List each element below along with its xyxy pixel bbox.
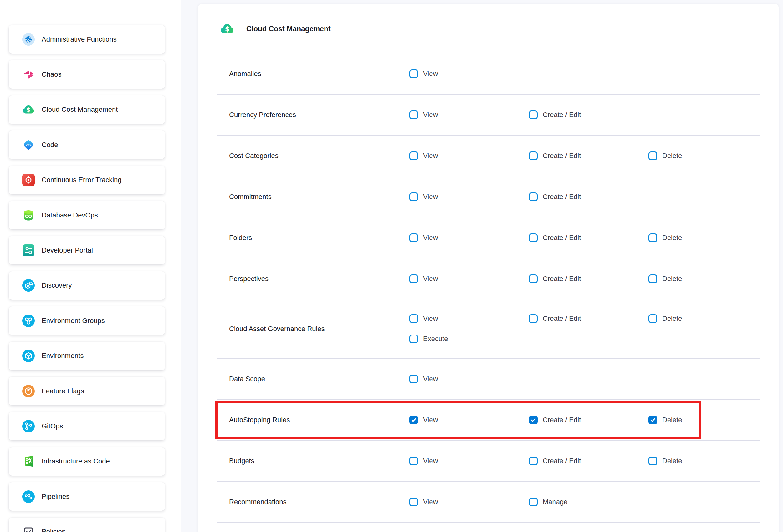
permission-data-scope-view: View [409, 375, 529, 383]
sidebar-item-continuous-error-tracking[interactable]: Continuous Error Tracking [9, 166, 165, 194]
permission-folders-create-edit: Create / Edit [529, 233, 649, 242]
sidebar-item-label: Pipelines [42, 493, 69, 501]
create-edit-checkbox[interactable] [529, 457, 538, 465]
sidebar-item-database-devops[interactable]: Database DevOps [9, 201, 165, 229]
permission-label: Manage [543, 498, 568, 506]
sidebar-item-chaos[interactable]: Chaos [9, 60, 165, 89]
view-checkbox[interactable] [409, 314, 418, 323]
permission-perspectives-delete: Delete [649, 275, 760, 283]
sidebar-item-environments[interactable]: Environments [9, 342, 165, 370]
resource-label: Perspectives [217, 275, 409, 283]
execute-checkbox[interactable] [409, 335, 418, 343]
permission-commitments-create-edit: Create / Edit [529, 192, 649, 201]
sidebar-item-policies[interactable]: Policies [9, 518, 165, 532]
view-checkbox-checked[interactable] [409, 415, 418, 424]
sidebar-item-environment-groups[interactable]: Environment Groups [9, 306, 165, 335]
target-icon [21, 173, 36, 187]
delete-checkbox[interactable] [649, 457, 657, 465]
permission-row-perspectives: PerspectivesViewCreate / EditDelete [217, 258, 760, 300]
sidebar-item-administrative-functions[interactable]: Administrative Functions [9, 25, 165, 54]
sidebar-item-feature-flags[interactable]: Feature Flags [9, 377, 165, 405]
permission-label: View [423, 314, 438, 323]
delete-checkbox[interactable] [649, 314, 657, 323]
create-edit-checkbox[interactable] [529, 152, 538, 160]
sidebar: Administrative FunctionsChaos$Cloud Cost… [0, 0, 181, 532]
permission-label: View [423, 275, 438, 283]
view-checkbox[interactable] [409, 233, 418, 242]
sidebar-item-label: Environment Groups [42, 317, 105, 325]
permission-label: View [423, 193, 438, 201]
sidebar-item-pipelines[interactable]: Pipelines [9, 482, 165, 511]
permission-row-recommendations: RecommendationsViewManage [217, 481, 760, 523]
permission-recommendations-manage: Manage [529, 498, 649, 506]
permission-cost-categories-create-edit: Create / Edit [529, 152, 649, 160]
permission-label: Create / Edit [543, 457, 581, 465]
chaos-icon [21, 67, 36, 82]
create-edit-checkbox[interactable] [529, 314, 538, 323]
permission-cost-categories-delete: Delete [649, 152, 760, 160]
delete-checkbox[interactable] [649, 152, 657, 160]
sidebar-item-discovery[interactable]: Discovery [9, 271, 165, 300]
sidebar-item-developer-portal[interactable]: Developer Portal [9, 236, 165, 264]
create-edit-checkbox[interactable] [529, 111, 538, 119]
node-board-icon [21, 454, 36, 468]
sidebar-item-label: Environments [42, 352, 84, 360]
permission-grid: ViewCreate / Edit [409, 192, 760, 201]
permission-label: Execute [423, 335, 448, 343]
sidebar-item-gitops[interactable]: GitOps [9, 412, 165, 440]
permission-label: View [423, 152, 438, 160]
hexagon-group-icon [21, 314, 36, 328]
create-edit-checkbox[interactable] [529, 192, 538, 201]
manage-checkbox[interactable] [529, 498, 538, 506]
database-icon [21, 208, 36, 222]
permission-label: Delete [662, 234, 682, 242]
permission-cloud-asset-governance-rules-view: View [409, 314, 529, 323]
gear-icon [21, 32, 36, 46]
view-checkbox[interactable] [409, 375, 418, 383]
permission-label: Delete [662, 314, 682, 323]
sidebar-item-code[interactable]: </>Code [9, 130, 165, 159]
sidebar-item-label: Cloud Cost Management [42, 105, 118, 114]
pipeline-icon [21, 490, 36, 504]
resource-label: Cloud Asset Governance Rules [217, 325, 409, 333]
delete-checkbox[interactable] [649, 275, 657, 283]
flag-icon [21, 384, 36, 398]
create-edit-checkbox-checked[interactable] [529, 415, 538, 424]
svg-text:$: $ [27, 106, 31, 113]
permission-label: View [423, 375, 438, 383]
delete-checkbox-checked[interactable] [649, 415, 657, 424]
permission-label: View [423, 111, 438, 119]
resource-label: AutoStopping Rules [217, 416, 409, 424]
page-title: Cloud Cost Management [246, 25, 331, 33]
sidebar-item-label: Infrastructure as Code [42, 457, 110, 465]
view-checkbox[interactable] [409, 457, 418, 465]
cube-icon [21, 349, 36, 363]
resource-label: Commitments [217, 193, 409, 201]
delete-checkbox[interactable] [649, 233, 657, 242]
view-checkbox[interactable] [409, 69, 418, 78]
permission-label: View [423, 416, 438, 424]
view-checkbox[interactable] [409, 192, 418, 201]
permission-autostopping-rules-view: View [409, 415, 529, 424]
permission-label: Create / Edit [543, 193, 581, 201]
code-icon: </> [21, 138, 36, 152]
sidebar-item-cloud-cost-management[interactable]: $Cloud Cost Management [9, 95, 165, 124]
permission-row-cloud-asset-governance-rules: Cloud Asset Governance RulesViewCreate /… [217, 300, 760, 358]
create-edit-checkbox[interactable] [529, 275, 538, 283]
view-checkbox[interactable] [409, 498, 418, 506]
permission-label: View [423, 234, 438, 242]
permission-label: Create / Edit [543, 152, 581, 160]
permission-row-anomalies: AnomaliesView [217, 54, 760, 95]
sidebar-item-infrastructure-as-code[interactable]: Infrastructure as Code [9, 447, 165, 476]
permission-grid: ViewCreate / EditDelete [409, 152, 760, 160]
sidebar-item-label: Continuous Error Tracking [42, 176, 122, 184]
git-branch-icon [21, 419, 36, 433]
view-checkbox[interactable] [409, 275, 418, 283]
view-checkbox[interactable] [409, 152, 418, 160]
permission-row-currency-preferences: Currency PreferencesViewCreate / Edit [217, 95, 760, 135]
view-checkbox[interactable] [409, 111, 418, 119]
permission-cloud-asset-governance-rules-create-edit: Create / Edit [529, 314, 649, 323]
create-edit-checkbox[interactable] [529, 233, 538, 242]
permission-grid: View [409, 69, 760, 78]
permission-grid: ViewCreate / EditDelete [409, 233, 760, 242]
